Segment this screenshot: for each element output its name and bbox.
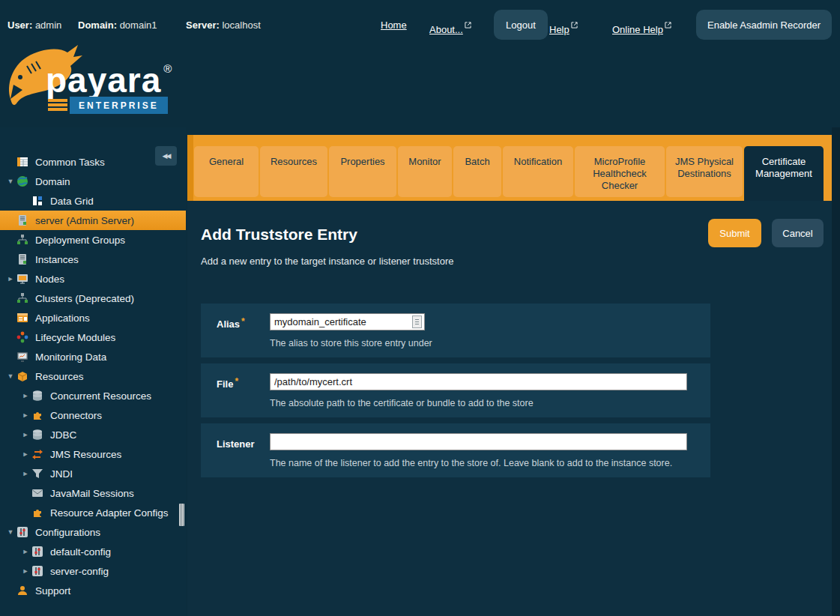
cluster-tree-icon bbox=[16, 234, 28, 246]
sliders-icon bbox=[16, 526, 28, 538]
expander-closed-icon[interactable]: ► bbox=[19, 392, 31, 399]
person-icon bbox=[16, 585, 28, 597]
listener-input[interactable] bbox=[270, 433, 687, 450]
lifecycle-icon bbox=[16, 331, 28, 343]
tab-microprofile-healthcheck-checker[interactable]: MicroProfile Healthcheck Checker bbox=[575, 146, 665, 197]
tab-certificate-management[interactable]: Certificate Management bbox=[744, 146, 824, 201]
alias-row: Alias* The alias to store this store ent… bbox=[201, 304, 710, 357]
sidebar-item-common-tasks[interactable]: Common Tasks bbox=[0, 152, 186, 172]
sidebar-item-monitoring-data[interactable]: Monitoring Data bbox=[0, 347, 186, 366]
cancel-button[interactable]: Cancel bbox=[772, 219, 824, 247]
expander-closed-icon[interactable]: ► bbox=[19, 548, 31, 555]
data-grid-icon bbox=[31, 195, 43, 207]
sidebar-item-default-config[interactable]: ►default-config bbox=[0, 542, 186, 561]
sidebar-item-label: Clusters (Deprecated) bbox=[35, 293, 134, 304]
user-label: User: bbox=[7, 19, 32, 31]
tab-label: Monitor bbox=[408, 156, 441, 167]
sidebar-item-resources[interactable]: ▼Resources bbox=[0, 366, 186, 386]
tab-label: JMS Physical Destinations bbox=[675, 156, 734, 179]
online-help-link[interactable]: Online Help bbox=[612, 19, 671, 35]
sidebar-item-jndi[interactable]: ►JNDI bbox=[0, 464, 186, 483]
listener-row: Listener The name of the listener to add… bbox=[201, 423, 710, 477]
database-icon bbox=[31, 390, 43, 402]
submit-button[interactable]: Submit bbox=[708, 219, 761, 247]
external-link-icon bbox=[665, 19, 671, 31]
tab-general[interactable]: General bbox=[194, 146, 259, 197]
tab-label: Certificate Management bbox=[755, 156, 812, 179]
file-help-text: The absolute path to the certificate or … bbox=[270, 398, 687, 408]
sidebar-item-nodes[interactable]: ►Nodes bbox=[0, 269, 186, 289]
user-info: User: admin bbox=[7, 19, 61, 31]
tab-monitor[interactable]: Monitor bbox=[398, 146, 452, 197]
sidebar-item-label: Connectors bbox=[50, 410, 102, 421]
tab-properties[interactable]: Properties bbox=[329, 146, 396, 197]
funnel-icon bbox=[31, 468, 43, 480]
help-link-label: Help bbox=[549, 24, 569, 35]
brand-name: payara bbox=[46, 61, 161, 100]
tab-bar-edge bbox=[187, 135, 193, 201]
sidebar-item-clusters-deprecated[interactable]: Clusters (Deprecated) bbox=[0, 289, 186, 308]
sidebar-item-server-config[interactable]: ►server-config bbox=[0, 561, 186, 581]
sidebar-item-concurrent-resources[interactable]: ►Concurrent Resources bbox=[0, 386, 186, 405]
enable-asadmin-recorder-button[interactable]: Enable Asadmin Recorder bbox=[696, 10, 832, 40]
sidebar-item-lifecycle-modules[interactable]: Lifecycle Modules bbox=[0, 327, 186, 347]
tab-batch[interactable]: Batch bbox=[453, 146, 501, 197]
sidebar-item-jdbc[interactable]: ►JDBC bbox=[0, 425, 186, 444]
expander-closed-icon[interactable]: ► bbox=[19, 450, 31, 458]
sidebar-item-resource-adapter-configs[interactable]: Resource Adapter Configs bbox=[0, 503, 186, 522]
sidebar-resize-handle[interactable] bbox=[179, 504, 184, 526]
tab-jms-physical-destinations[interactable]: JMS Physical Destinations bbox=[666, 146, 743, 197]
enterprise-badge: ENTERPRISE bbox=[48, 96, 168, 114]
server-info: Server: localhost bbox=[186, 19, 261, 31]
online-help-label: Online Help bbox=[612, 24, 663, 35]
sidebar-item-data-grid[interactable]: Data Grid bbox=[0, 191, 186, 211]
user-value: admin bbox=[35, 19, 61, 31]
sidebar-item-applications[interactable]: Applications bbox=[0, 308, 186, 327]
sidebar-item-label: server (Admin Server) bbox=[35, 215, 134, 226]
brand-wordmark: payara® bbox=[46, 60, 172, 100]
external-link-icon bbox=[465, 19, 471, 31]
cluster-tree-icon bbox=[16, 292, 28, 304]
sidebar-item-connectors[interactable]: ►Connectors bbox=[0, 405, 186, 425]
logout-button[interactable]: Logout bbox=[494, 10, 548, 40]
sidebar-item-jms-resources[interactable]: ►JMS Resources bbox=[0, 444, 186, 464]
file-input[interactable] bbox=[270, 373, 687, 390]
home-link[interactable]: Home bbox=[381, 19, 407, 31]
expander-open-icon[interactable]: ▼ bbox=[4, 372, 16, 380]
connector-puzzle-icon bbox=[31, 409, 43, 421]
sidebar-item-label: Support bbox=[35, 585, 70, 597]
tab-bar: GeneralResourcesPropertiesMonitorBatchNo… bbox=[187, 135, 832, 201]
sidebar-item-label: JDBC bbox=[50, 429, 76, 441]
sidebar-item-configurations[interactable]: ▼Configurations bbox=[0, 522, 186, 542]
sidebar-item-javamail-sessions[interactable]: JavaMail Sessions bbox=[0, 483, 186, 503]
edition-label: ENTERPRISE bbox=[70, 97, 168, 114]
expander-closed-icon[interactable]: ► bbox=[19, 431, 31, 438]
database-icon bbox=[31, 429, 43, 441]
sidebar-item-domain[interactable]: ▼Domain bbox=[0, 172, 186, 191]
expander-open-icon[interactable]: ▼ bbox=[4, 528, 16, 536]
sliders-icon bbox=[31, 565, 43, 577]
tab-resources[interactable]: Resources bbox=[260, 146, 327, 197]
sidebar-item-server-admin-server[interactable]: server (Admin Server) bbox=[0, 211, 186, 230]
expander-closed-icon[interactable]: ► bbox=[19, 470, 31, 477]
tab-label: MicroProfile Healthcheck Checker bbox=[593, 156, 647, 191]
sliders-icon bbox=[31, 546, 43, 558]
expander-open-icon[interactable]: ▼ bbox=[4, 178, 16, 185]
alias-label: Alias* bbox=[201, 313, 270, 348]
sidebar-item-support[interactable]: Support bbox=[0, 581, 186, 600]
sidebar-item-label: Concurrent Resources bbox=[50, 390, 151, 402]
help-link[interactable]: Help bbox=[549, 19, 578, 35]
about-link[interactable]: About... bbox=[429, 19, 471, 35]
expander-closed-icon[interactable]: ► bbox=[4, 275, 16, 283]
truststore-entry-form: Alias* The alias to store this store ent… bbox=[201, 304, 710, 483]
expander-closed-icon[interactable]: ► bbox=[19, 567, 31, 575]
sidebar-item-deployment-groups[interactable]: Deployment Groups bbox=[0, 230, 186, 250]
alias-input[interactable] bbox=[270, 313, 425, 330]
jms-arrows-icon bbox=[31, 448, 43, 460]
server-icon bbox=[16, 214, 28, 226]
sidebar-item-instances[interactable]: Instances bbox=[0, 250, 186, 269]
sidebar-item-label: Common Tasks bbox=[35, 157, 105, 168]
expander-closed-icon[interactable]: ► bbox=[19, 411, 31, 419]
file-label: File* bbox=[201, 373, 270, 408]
tab-notification[interactable]: Notification bbox=[503, 146, 573, 197]
